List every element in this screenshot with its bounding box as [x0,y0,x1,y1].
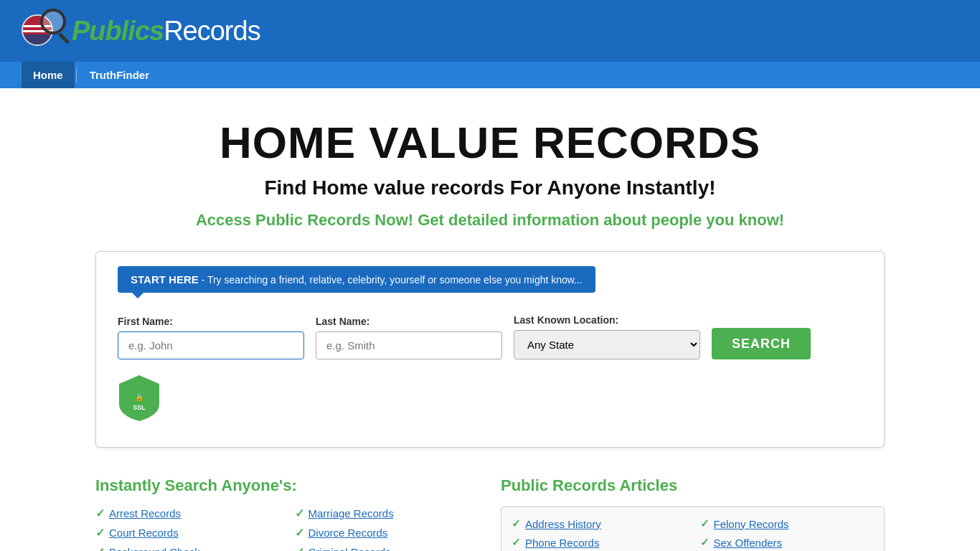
phone-records-link[interactable]: Phone Records [525,537,599,549]
search-form-container: START HERE - Try searching a friend, rel… [95,251,885,448]
nav-truthfinder[interactable]: TruthFinder [78,62,161,88]
public-records-section: Public Records Articles Address History … [501,476,885,551]
instantly-search-title: Instantly Search Anyone's: [95,476,479,495]
articles-box: Address History Felony Records Phone Rec… [501,507,885,551]
list-item: Address History [512,517,686,530]
state-select[interactable]: Any StateAlabamaAlaskaArizonaArkansasCal… [514,330,700,359]
location-label: Last Known Location: [514,314,700,326]
page-title: HOME VALUE RECORDS [14,117,966,168]
last-name-input[interactable] [316,331,502,359]
start-here-text: - Try searching a friend, relative, cele… [202,274,583,286]
list-item: Background Check [95,545,281,551]
public-records-title: Public Records Articles [501,476,885,495]
ssl-shield-icon: 🔒 SSL [118,374,161,423]
nav-bar: Home TruthFinder [0,62,980,88]
felony-records-link[interactable]: Felony Records [714,518,789,530]
logo-records-text: Records [164,16,260,46]
search-button[interactable]: SEARCH [712,328,811,359]
nav-divider [76,68,77,83]
first-name-label: First Name: [118,316,304,327]
court-records-link[interactable]: Court Records [109,527,179,539]
bottom-section: Instantly Search Anyone's: Arrest Record… [95,469,885,551]
list-item: Court Records [95,526,281,540]
first-name-input[interactable] [118,331,304,359]
background-check-link[interactable]: Background Check [109,546,200,551]
instantly-search-section: Instantly Search Anyone's: Arrest Record… [95,476,479,551]
svg-text:SSL: SSL [133,404,146,411]
nav-home[interactable]: Home [22,62,75,88]
arrest-records-link[interactable]: Arrest Records [109,507,181,519]
sex-offenders-link[interactable]: Sex Offenders [714,537,783,549]
list-item: Divorce Records [295,526,480,540]
page-subtitle: Find Home value records For Anyone Insta… [14,176,966,199]
start-here-bold: START HERE [131,273,199,286]
articles-list: Address History Felony Records Phone Rec… [512,517,874,549]
search-fields: First Name: Last Name: Last Known Locati… [118,314,862,359]
last-name-group: Last Name: [316,316,502,359]
logo-publics-text: Publics [72,16,164,46]
location-group: Last Known Location: Any StateAlabamaAla… [514,314,700,359]
address-history-link[interactable]: Address History [525,518,601,530]
list-item: Criminal Records [295,545,480,551]
list-item: Marriage Records [295,507,480,520]
logo[interactable]: PublicsRecords [22,9,260,53]
start-here-banner: START HERE - Try searching a friend, rel… [118,266,595,293]
page-tagline: Access Public Records Now! Get detailed … [14,211,966,230]
list-item: Arrest Records [95,507,281,520]
divorce-records-link[interactable]: Divorce Records [308,527,388,539]
marriage-records-link[interactable]: Marriage Records [308,507,394,519]
header: PublicsRecords [0,0,980,62]
first-name-group: First Name: [118,316,304,359]
main-content: HOME VALUE RECORDS Find Home value recor… [0,88,980,551]
ssl-badge: 🔒 SSL [118,374,161,423]
record-list: Arrest Records Marriage Records Court Re… [95,507,479,551]
criminal-records-link[interactable]: Criminal Records [308,546,391,551]
list-item: Felony Records [700,517,875,530]
last-name-label: Last Name: [316,316,502,327]
list-item: Phone Records [512,536,686,549]
svg-text:🔒: 🔒 [135,392,144,402]
list-item: Sex Offenders [700,536,875,549]
